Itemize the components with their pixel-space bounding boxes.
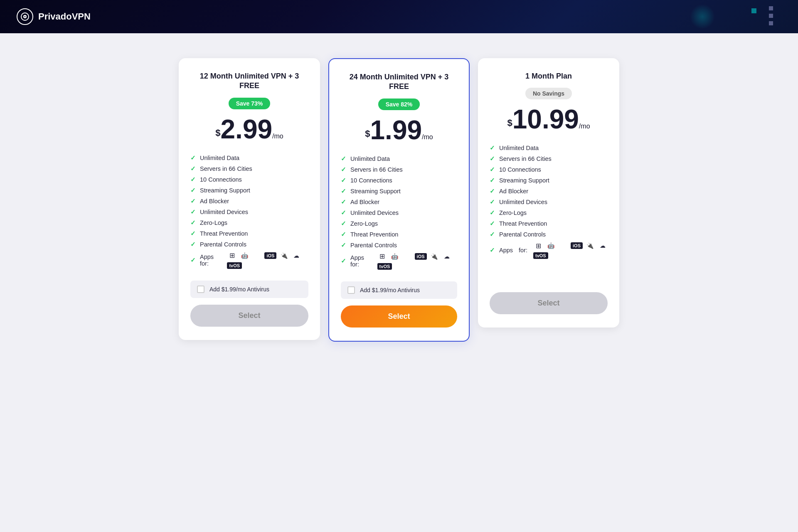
price-dollar-12month: $: [215, 127, 220, 138]
check-icon: ✓: [490, 198, 495, 206]
ios-label: iOS: [415, 253, 427, 260]
check-icon: ✓: [190, 176, 196, 183]
list-item: ✓10 Connections: [490, 164, 608, 175]
cloud-icon: ☁: [598, 241, 608, 250]
price-amount-1month: 10.99: [512, 104, 579, 134]
tvos-label: tvOS: [227, 262, 242, 269]
plan-card-1month: 1 Month Plan No Savings $10.99/mo ✓Unlim…: [478, 58, 619, 328]
price-dollar-1month: $: [507, 118, 512, 128]
windows-icon: ⊞: [377, 252, 387, 261]
apple-icon: [558, 241, 568, 250]
plan-title-24month: 24 Month Unlimited VPN + 3 FREE: [341, 72, 457, 92]
logo-text: PrivadoVPN: [38, 11, 91, 22]
tvos-label: tvOS: [533, 252, 548, 259]
check-icon: ✓: [341, 166, 346, 173]
router-icon: 🔌: [279, 251, 289, 260]
price-container-24month: $1.99/mo: [341, 117, 457, 143]
check-icon: ✓: [190, 256, 196, 264]
check-icon: ✓: [490, 155, 495, 163]
check-icon: ✓: [190, 187, 196, 194]
list-item: ✓Unlimited Data: [341, 153, 457, 164]
antivirus-checkbox-24month[interactable]: [347, 286, 355, 294]
list-item: ✓Streaming Support: [341, 186, 457, 197]
list-item: ✓Ad Blocker: [341, 197, 457, 207]
check-icon: ✓: [190, 208, 196, 216]
check-icon: ✓: [341, 177, 346, 184]
check-icon: ✓: [490, 209, 495, 217]
check-icon: ✓: [190, 197, 196, 205]
price-amount-24month: 1.99: [370, 115, 422, 145]
list-item: ✓ Apps for: ⊞ 🤖 iOS 🔌 ☁ tvOS: [190, 250, 308, 271]
select-button-12month[interactable]: Select: [190, 305, 308, 327]
list-item: ✓Servers in 66 Cities: [341, 164, 457, 175]
list-item: ✓10 Connections: [190, 174, 308, 185]
logo-icon: [17, 8, 33, 25]
features-list-24month: ✓Unlimited Data ✓Servers in 66 Cities ✓1…: [341, 153, 457, 271]
check-icon: ✓: [341, 198, 346, 206]
android-icon: 🤖: [546, 241, 556, 250]
check-icon: ✓: [190, 230, 196, 237]
check-icon: ✓: [341, 241, 346, 249]
check-icon: ✓: [490, 187, 495, 195]
list-item: ✓Streaming Support: [490, 175, 608, 186]
list-item: ✓Parental Controls: [490, 229, 608, 240]
list-item: ✓ Apps for: ⊞ 🤖 iOS 🔌 ☁ tvOS: [490, 240, 608, 261]
antivirus-checkbox-12month[interactable]: [197, 286, 204, 293]
check-icon: ✓: [490, 246, 495, 254]
list-item: ✓Zero-Logs: [341, 218, 457, 229]
router-icon: 🔌: [429, 252, 439, 261]
cloud-icon: ☁: [291, 251, 301, 260]
check-icon: ✓: [490, 166, 495, 173]
select-button-1month[interactable]: Select: [490, 292, 608, 314]
list-item: ✓Threat Prevention: [341, 229, 457, 240]
list-item: ✓Unlimited Data: [190, 153, 308, 163]
antivirus-addon-24month[interactable]: Add $1.99/mo Antivirus: [341, 281, 457, 299]
price-period-1month: /mo: [579, 123, 590, 130]
price-amount-12month: 2.99: [221, 114, 273, 144]
list-item: ✓Parental Controls: [341, 240, 457, 251]
tvos-label: tvOS: [377, 263, 392, 270]
list-item: ✓Servers in 66 Cities: [490, 153, 608, 164]
antivirus-addon-12month[interactable]: Add $1.99/mo Antivirus: [190, 281, 308, 298]
list-item: ✓Zero-Logs: [490, 207, 608, 218]
pricing-section: 12 Month Unlimited VPN + 3 FREE Save 73%…: [0, 33, 798, 367]
list-item: ✓ Apps for: ⊞ 🤖 iOS 🔌 ☁ tvOS: [341, 251, 457, 271]
check-icon: ✓: [341, 220, 346, 227]
plan-title-12month: 12 Month Unlimited VPN + 3 FREE: [190, 71, 308, 91]
list-item: ✓Servers in 66 Cities: [190, 163, 308, 174]
check-icon: ✓: [341, 231, 346, 238]
plan-card-24month: 24 Month Unlimited VPN + 3 FREE Save 82%…: [328, 58, 470, 342]
select-button-24month[interactable]: Select: [341, 305, 457, 328]
list-item: ✓Parental Controls: [190, 239, 308, 250]
price-container-1month: $10.99/mo: [490, 106, 608, 133]
price-dollar-24month: $: [365, 128, 370, 138]
list-item: ✓Unlimited Devices: [341, 207, 457, 218]
check-icon: ✓: [190, 241, 196, 248]
list-item: ✓Threat Prevention: [490, 218, 608, 229]
price-container-12month: $2.99/mo: [190, 116, 308, 143]
antivirus-text-24month: Add $1.99/mo Antivirus: [360, 287, 420, 293]
cloud-icon: ☁: [442, 252, 452, 261]
savings-badge-12month: Save 73%: [229, 98, 271, 109]
header: PrivadoVPN: [0, 0, 798, 33]
logo: PrivadoVPN: [17, 8, 91, 25]
check-icon: ✓: [490, 220, 495, 227]
check-icon: ✓: [490, 144, 495, 152]
apps-row-24month: ⊞ 🤖 iOS 🔌 ☁ tvOS: [377, 252, 457, 270]
check-icon: ✓: [490, 231, 495, 238]
plan-card-12month: 12 Month Unlimited VPN + 3 FREE Save 73%…: [179, 58, 320, 340]
apple-icon: [402, 252, 412, 261]
list-item: ✓Unlimited Devices: [190, 207, 308, 217]
check-icon: ✓: [341, 257, 346, 265]
apps-row-12month: ⊞ 🤖 iOS 🔌 ☁ tvOS: [227, 251, 308, 269]
check-icon: ✓: [341, 155, 346, 163]
router-icon: 🔌: [585, 241, 595, 250]
plan-title-1month: 1 Month Plan: [490, 71, 608, 81]
check-icon: ✓: [190, 165, 196, 172]
ios-label: iOS: [571, 242, 583, 249]
svg-point-2: [25, 16, 26, 17]
check-icon: ✓: [190, 219, 196, 227]
list-item: ✓Streaming Support: [190, 185, 308, 196]
list-item: ✓Unlimited Devices: [490, 197, 608, 207]
ios-label: iOS: [264, 252, 276, 259]
